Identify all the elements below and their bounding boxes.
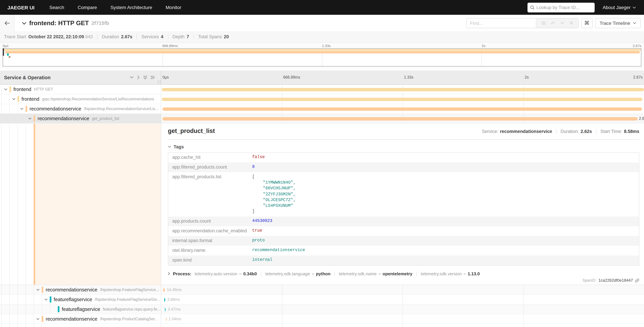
keyboard-shortcuts-button[interactable]: ⌘ xyxy=(581,18,592,28)
nav-item-compare[interactable]: Compare xyxy=(71,5,104,10)
tag-row[interactable]: internal.span.format proto xyxy=(168,236,639,246)
process-kv: telemetry.sdk.version=1.13.0 xyxy=(421,272,480,276)
trace-collapse-toggle[interactable] xyxy=(22,20,26,26)
nav-item-system-architecture[interactable]: System Architecture xyxy=(104,5,159,10)
row-collapse-chevron[interactable] xyxy=(34,285,42,294)
trace-header: frontend: HTTP GET 2f715fb ⌘ Trace Timel… xyxy=(0,15,644,31)
detail-service-label: Service: xyxy=(482,129,498,134)
span-bar[interactable] xyxy=(162,98,642,101)
span-timeline-cell[interactable] xyxy=(161,104,644,114)
span-name-cell[interactable] xyxy=(0,324,161,327)
chevron-down-icon xyxy=(632,6,636,8)
operation-name: get_product_list xyxy=(92,116,119,120)
view-selector-button[interactable]: Trace Timeline xyxy=(595,18,641,28)
span-row: recommendationservice /hipstershop.Featu… xyxy=(0,285,644,295)
chevron-down-icon xyxy=(44,298,48,301)
tags-section-toggle[interactable]: Tags xyxy=(168,144,639,150)
span-timeline-cell[interactable]: 14.49ms xyxy=(161,285,644,294)
tag-value: internal xyxy=(252,256,639,264)
detail-highlight-fill xyxy=(35,124,161,285)
find-prev-icon[interactable] xyxy=(551,22,555,24)
process-section-toggle[interactable]: Process: telemetry.auto.version=0.34b0 t… xyxy=(168,272,639,276)
span-timeline-cell[interactable]: 1.04ms xyxy=(161,314,644,324)
row-collapse-chevron[interactable] xyxy=(1,84,10,94)
span-duration-label: 1.04ms xyxy=(168,317,181,321)
column-resize-handle[interactable] xyxy=(158,80,160,84)
nav-item-search[interactable]: Search xyxy=(43,5,71,10)
span-name-cell[interactable]: recommendationservice /hipstershop.Produ… xyxy=(0,314,161,324)
span-detail-name-column xyxy=(0,124,161,285)
span-name-cell[interactable]: frontend HTTP GET xyxy=(0,84,161,94)
trace-lookup-placeholder: Lookup by Trace ID... xyxy=(536,5,580,10)
process-kv: telemetry.sdk.name=opentelemetry xyxy=(339,272,412,276)
row-collapse-chevron[interactable] xyxy=(26,114,34,123)
span-timeline-cell[interactable] xyxy=(161,94,644,104)
tag-row[interactable]: app.products.count 44530923 xyxy=(168,217,639,226)
locate-icon[interactable] xyxy=(541,21,546,25)
deep-link-icon[interactable] xyxy=(635,278,639,282)
trace-minimap[interactable]: 0μs 666.89ms 1.33s 2s 2.67s xyxy=(0,43,644,69)
span-id-label: SpanID: xyxy=(582,278,596,282)
span-bar[interactable] xyxy=(164,298,165,301)
detail-start-label: Start Time: xyxy=(600,129,622,134)
span-bar[interactable] xyxy=(162,88,644,91)
find-input[interactable] xyxy=(466,18,536,28)
about-jaeger-menu[interactable]: About Jaeger xyxy=(602,5,644,10)
span-row: featureflagservice /hipstershop.FeatureF… xyxy=(0,295,644,304)
span-timeline-cell[interactable]: 2.62s xyxy=(161,114,644,123)
tags-table: app.cache_hit false app.filtered_product… xyxy=(168,152,639,266)
row-collapse-chevron[interactable] xyxy=(34,314,42,324)
collapse-all-icon[interactable] xyxy=(143,75,148,80)
service-name: recommendationservice xyxy=(46,316,97,322)
leaf-spacer xyxy=(50,304,58,314)
span-name-cell[interactable]: recommendationservice get_product_list xyxy=(0,114,161,123)
span-bar[interactable] xyxy=(162,117,638,120)
tag-row[interactable]: otel.library.name recommendationservice xyxy=(168,246,639,256)
tag-value: [ 1YMWWN1N4O 66VCHSJNUP 2ZYFJ3GM2N OLJCE… xyxy=(252,172,639,217)
row-collapse-chevron[interactable] xyxy=(18,104,26,114)
expand-all-icon[interactable] xyxy=(150,75,155,80)
span-timeline-cell[interactable]: 3.68ms xyxy=(161,295,644,304)
tag-row[interactable]: app.filtered_products.count 8 xyxy=(168,162,639,172)
nav-item-monitor[interactable]: Monitor xyxy=(159,5,188,10)
span-bar[interactable] xyxy=(162,108,642,110)
tag-row[interactable]: app.recommendation.cache_enabled true xyxy=(168,226,639,236)
tag-row[interactable]: app.filtered_products.list [ 1YMWWN1N4O … xyxy=(168,172,639,217)
find-next-icon[interactable] xyxy=(560,22,564,24)
span-timeline-cell[interactable] xyxy=(161,84,644,94)
expand-one-icon[interactable] xyxy=(137,75,140,80)
span-name-cell[interactable]: recommendationservice /hipstershop.Recom… xyxy=(0,104,161,114)
collapse-one-icon[interactable] xyxy=(130,76,134,79)
trace-title: frontend: HTTP GET xyxy=(29,19,89,27)
trace-id: 2f715fb xyxy=(92,20,109,26)
tag-key: app.products.count xyxy=(168,217,252,226)
tag-value: 44530923 xyxy=(252,217,639,226)
span-name-cell[interactable]: recommendationservice /hipstershop.Featu… xyxy=(0,285,161,294)
span-bar[interactable] xyxy=(166,318,166,321)
operation-name: /hipstershop.RecommendationService/Lis..… xyxy=(84,107,158,111)
jaeger-logo[interactable]: JAEGER UI xyxy=(0,4,43,10)
span-timeline-cell[interactable] xyxy=(161,324,644,327)
clear-find-icon[interactable] xyxy=(570,21,573,25)
viewport-drag-handle[interactable] xyxy=(3,48,4,56)
minimap-canvas[interactable] xyxy=(3,48,641,66)
span-name-cell[interactable]: featureflagservice featureflagservice.re… xyxy=(0,304,161,314)
span-row: recommendationservice /hipstershop.Recom… xyxy=(0,104,644,114)
span-name-cell[interactable]: frontend grpc.hipstershop.Recommendation… xyxy=(0,94,161,104)
service-color-bar xyxy=(34,116,35,122)
span-bar[interactable] xyxy=(163,288,165,292)
process-kv: telemetry.sdk.language=python xyxy=(265,272,330,276)
service-name: recommendationservice xyxy=(38,116,89,121)
partial-row-clip xyxy=(0,324,644,327)
operation-name: featureflagservice.repo.query:fe... xyxy=(103,307,160,311)
trace-lookup-input[interactable]: Lookup by Trace ID... xyxy=(527,2,594,12)
row-collapse-chevron[interactable] xyxy=(42,295,50,304)
span-timeline-cell[interactable]: 3.47ms xyxy=(161,304,644,314)
span-bar[interactable] xyxy=(165,308,166,311)
tag-row[interactable]: app.cache_hit false xyxy=(168,153,639,162)
minimap-span-productcatalogservice xyxy=(9,56,10,58)
span-name-cell[interactable]: featureflagservice /hipstershop.FeatureF… xyxy=(0,295,161,304)
back-button[interactable] xyxy=(0,15,14,31)
row-collapse-chevron[interactable] xyxy=(10,94,18,104)
tag-row[interactable]: span.kind internal xyxy=(168,256,639,266)
